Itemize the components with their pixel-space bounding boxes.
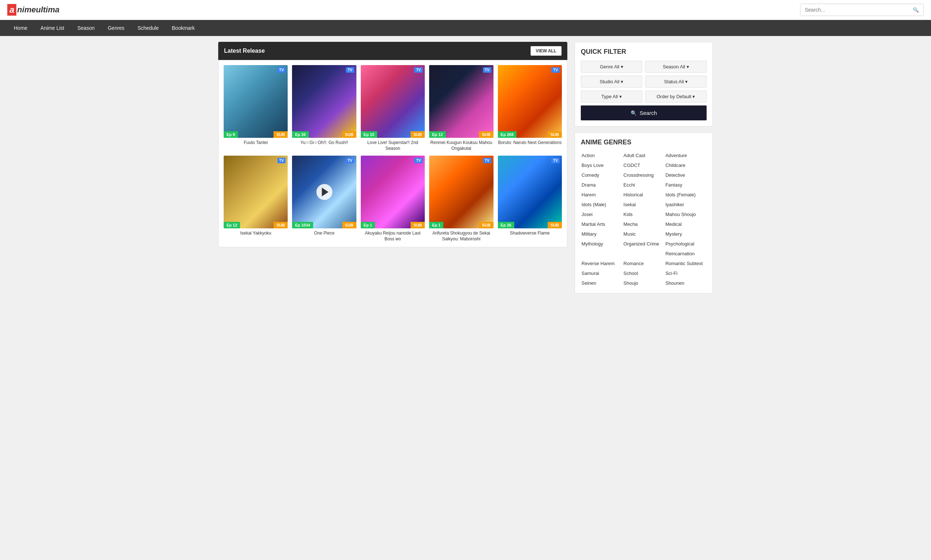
- tv-badge: TV: [551, 67, 560, 73]
- genre-item-fantasy[interactable]: Fantasy: [665, 181, 706, 189]
- genre-item-childcare[interactable]: Childcare: [665, 161, 706, 169]
- logo-text: nimeultima: [17, 5, 59, 15]
- genre-item-school[interactable]: School: [623, 269, 665, 277]
- genre-item-cgdct[interactable]: CGDCT: [623, 161, 665, 169]
- nav-item-genres[interactable]: Genres: [101, 20, 131, 36]
- filter-genre-all-button[interactable]: Genre All ▾: [581, 61, 642, 73]
- genre-item-crossdressing[interactable]: Crossdressing: [623, 171, 665, 179]
- search-submit-button[interactable]: 🔍: [908, 5, 923, 15]
- genre-item-josei[interactable]: Josei: [581, 210, 623, 218]
- genre-item-seinen[interactable]: Seinen: [581, 279, 623, 287]
- nav-item-anime-list[interactable]: Anime List: [34, 20, 71, 36]
- nav-item-bookmark[interactable]: Bookmark: [165, 20, 202, 36]
- genre-item-romance[interactable]: Romance: [623, 259, 665, 268]
- episode-badge: Ep 9: [224, 131, 238, 138]
- tv-badge: TV: [551, 158, 560, 163]
- genre-item-military[interactable]: Military: [581, 230, 623, 238]
- logo[interactable]: a nimeultima: [7, 4, 60, 15]
- genre-item-sci-fi[interactable]: Sci-Fi: [665, 269, 706, 277]
- anime-card[interactable]: TVEp 9SUBFuuto Tantei: [224, 65, 288, 151]
- filter-order-default-button[interactable]: Order by Default ▾: [645, 91, 706, 103]
- anime-thumbnail: TVEp 268SUB: [498, 65, 562, 138]
- genre-item-shoujo[interactable]: Shoujo: [623, 279, 665, 287]
- latest-release-header: Latest Release VIEW ALL: [218, 42, 567, 60]
- genres-grid: ActionAdult CastAdventureBoys LoveCGDCTC…: [581, 151, 706, 287]
- quick-filter-search-button[interactable]: 🔍 Search: [581, 105, 706, 120]
- genre-item-adult-cast[interactable]: Adult Cast: [623, 151, 665, 160]
- anime-card[interactable]: TVEp 1SUBAkuyaku Reijou nanode Last Boss…: [361, 155, 425, 242]
- genre-item-organized-crime[interactable]: Organized Crime: [623, 240, 665, 248]
- sub-badge: SUB: [342, 222, 356, 228]
- genre-item-medical[interactable]: Medical: [665, 220, 706, 228]
- genre-item-mecha[interactable]: Mecha: [623, 220, 665, 228]
- search-bar: 🔍: [800, 4, 924, 16]
- anime-card[interactable]: TVEp 268SUBBoruto: Naruto Next Generatio…: [498, 65, 562, 151]
- sub-badge: SUB: [274, 131, 288, 138]
- genre-item-boys-love[interactable]: Boys Love: [581, 161, 623, 169]
- anime-title: One Piece: [292, 231, 356, 236]
- filter-status-all-button[interactable]: Status All ▾: [645, 75, 706, 88]
- anime-card[interactable]: TVEp 1034SUBOne Piece: [292, 155, 356, 242]
- filter-row-1: Genre All ▾Season All ▾: [581, 61, 706, 73]
- sidebar: QUICK FILTER Genre All ▾Season All ▾ Stu…: [575, 42, 713, 294]
- anime-genres: ANIME GENRES ActionAdult CastAdventureBo…: [575, 132, 713, 294]
- genre-item-kids[interactable]: Kids: [623, 210, 665, 218]
- genre-item-mahou-shoujo[interactable]: Mahou Shoujo: [665, 210, 706, 218]
- search-input[interactable]: [800, 4, 908, 15]
- genre-item-music[interactable]: Music: [623, 230, 665, 238]
- genre-item-samurai[interactable]: Samurai: [581, 269, 623, 277]
- genre-item-detective[interactable]: Detective: [665, 171, 706, 179]
- genre-item-historical[interactable]: Historical: [623, 191, 665, 199]
- genre-item-adventure[interactable]: Adventure: [665, 151, 706, 160]
- nav-item-schedule[interactable]: Schedule: [131, 20, 165, 36]
- genre-item-harem[interactable]: Harem: [581, 191, 623, 199]
- anime-card[interactable]: TVEp 26SUBYu☆Gi☆Oh!!: Go Rush!!: [292, 65, 356, 151]
- genres-title: ANIME GENRES: [581, 138, 706, 146]
- genre-item-shounen[interactable]: Shounen: [665, 279, 706, 287]
- card-footer: Ep 1SUB: [429, 222, 493, 228]
- sub-badge: SUB: [548, 222, 562, 228]
- anime-card[interactable]: TVEp 26SUBShadowverse Flame: [498, 155, 562, 242]
- anime-card[interactable]: TVEp 12SUBRenmei Kuugun Koukuu Mahou Ong…: [429, 65, 493, 151]
- play-button[interactable]: [316, 184, 332, 200]
- anime-card[interactable]: TVEp 1SUBArifureta Shokugyou de Sekai Sa…: [429, 155, 493, 242]
- tv-badge: TV: [414, 67, 423, 73]
- genre-item-mythology[interactable]: Mythology: [581, 240, 623, 248]
- genre-item-reincarnation[interactable]: Reincarnation: [665, 249, 706, 258]
- genre-item-mystery[interactable]: Mystery: [665, 230, 706, 238]
- anime-card[interactable]: TVEp 12SUBIsekai Yakkyoku: [224, 155, 288, 242]
- sub-badge: SUB: [548, 131, 562, 138]
- card-footer: Ep 12SUB: [429, 131, 493, 138]
- genre-item-idols-(male)[interactable]: Idols (Male): [581, 200, 623, 209]
- tv-badge: TV: [483, 67, 491, 73]
- filter-type-all-button[interactable]: Type All ▾: [581, 91, 642, 103]
- tv-badge: TV: [277, 158, 286, 163]
- anime-title: Yu☆Gi☆Oh!!: Go Rush!!: [292, 140, 356, 146]
- view-all-button[interactable]: VIEW ALL: [531, 46, 562, 55]
- genre-item-reverse-harem[interactable]: Reverse Harem: [581, 259, 623, 268]
- anime-title: Boruto: Naruto Next Generations: [498, 140, 562, 146]
- genre-item-action[interactable]: Action: [581, 151, 623, 160]
- genre-item-idols-(female)[interactable]: Idols (Female): [665, 191, 706, 199]
- nav-item-home[interactable]: Home: [7, 20, 34, 36]
- genre-item-empty: [623, 249, 665, 258]
- sub-badge: SUB: [479, 222, 493, 228]
- search-icon-small: 🔍: [631, 110, 637, 116]
- filter-season-all-button[interactable]: Season All ▾: [645, 61, 706, 73]
- anime-title: Arifureta Shokugyou de Sekai Saikyou: Ma…: [429, 231, 493, 242]
- genre-item-romantic-subtext[interactable]: Romantic Subtext: [665, 259, 706, 268]
- genre-item-martial-arts[interactable]: Martial Arts: [581, 220, 623, 228]
- filter-studio-all-button[interactable]: Studio All ▾: [581, 75, 642, 88]
- genre-item-comedy[interactable]: Comedy: [581, 171, 623, 179]
- genre-item-iyashikei[interactable]: Iyashikei: [665, 200, 706, 209]
- episode-badge: Ep 26: [498, 222, 514, 228]
- anime-card[interactable]: TVEp 10SUBLove Live! Superstar!! 2nd Sea…: [361, 65, 425, 151]
- genre-item-drama[interactable]: Drama: [581, 181, 623, 189]
- genre-item-ecchi[interactable]: Ecchi: [623, 181, 665, 189]
- genre-item-empty: [581, 249, 623, 258]
- genre-item-isekai[interactable]: Isekai: [623, 200, 665, 209]
- nav-item-season[interactable]: Season: [71, 20, 101, 36]
- genre-item-psychological[interactable]: Psychological: [665, 240, 706, 248]
- card-footer: Ep 10SUB: [361, 131, 425, 138]
- sub-badge: SUB: [274, 222, 288, 228]
